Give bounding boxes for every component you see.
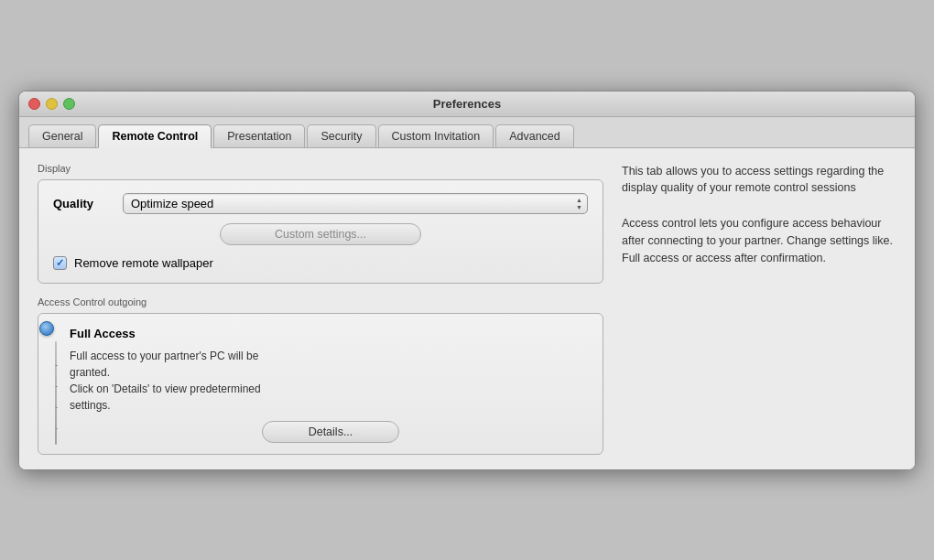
slider-thumb[interactable] bbox=[39, 321, 54, 336]
tick-2: - bbox=[55, 382, 58, 391]
tick-4: - bbox=[55, 424, 58, 433]
details-button[interactable]: Details... bbox=[262, 421, 399, 443]
access-desc-line4: settings. bbox=[70, 399, 111, 412]
access-title: Full Access bbox=[70, 327, 592, 340]
access-description-text: Access control lets you configure access… bbox=[622, 217, 893, 264]
tick-1: - bbox=[55, 361, 58, 370]
custom-settings-button[interactable]: Custom settings... bbox=[220, 223, 421, 245]
display-right-description: This tab allows you to access settings r… bbox=[622, 163, 896, 198]
access-desc-line1: Full access to your partner's PC will be bbox=[70, 350, 258, 362]
remove-wallpaper-checkbox[interactable] bbox=[53, 256, 67, 270]
tab-general[interactable]: General bbox=[28, 124, 96, 147]
right-panel: This tab allows you to access settings r… bbox=[622, 163, 896, 455]
tab-remote-control[interactable]: Remote Control bbox=[98, 124, 212, 148]
minimize-button[interactable] bbox=[46, 98, 58, 110]
titlebar: Preferences bbox=[19, 92, 915, 117]
access-description: Full access to your partner's PC will be… bbox=[70, 348, 592, 414]
display-description-text: This tab allows you to access settings r… bbox=[622, 165, 884, 195]
access-box: - - - - Full Access Full access to your … bbox=[38, 313, 603, 455]
tab-advanced[interactable]: Advanced bbox=[495, 124, 574, 147]
display-section-label: Display bbox=[38, 163, 603, 174]
quality-label: Quality bbox=[53, 197, 108, 210]
window-buttons bbox=[28, 98, 75, 110]
window-title: Preferences bbox=[433, 97, 501, 111]
access-content: Full Access Full access to your partner'… bbox=[66, 314, 603, 454]
tab-presentation[interactable]: Presentation bbox=[213, 124, 305, 147]
display-group-box: Quality Optimize speed Optimize quality … bbox=[38, 179, 603, 284]
tab-security[interactable]: Security bbox=[307, 124, 375, 147]
access-desc-line2: granted. bbox=[70, 366, 110, 379]
access-desc-line3: Click on 'Details' to view predetermined bbox=[70, 382, 261, 395]
quality-select-wrapper: Optimize speed Optimize quality Custom bbox=[123, 193, 588, 214]
access-section-label: Access Control outgoing bbox=[38, 296, 603, 307]
tab-custom-invitation[interactable]: Custom Invitation bbox=[378, 124, 494, 147]
left-panel: Display Quality Optimize speed Optimize … bbox=[38, 163, 603, 455]
quality-select[interactable]: Optimize speed Optimize quality Custom bbox=[123, 193, 588, 214]
content-area: Display Quality Optimize speed Optimize … bbox=[19, 148, 915, 469]
access-right-description: Access control lets you configure access… bbox=[622, 215, 896, 266]
remove-wallpaper-label: Remove remote wallpaper bbox=[74, 256, 213, 270]
maximize-button[interactable] bbox=[63, 98, 75, 110]
close-button[interactable] bbox=[28, 98, 40, 110]
tick-3: - bbox=[55, 403, 58, 412]
tab-bar: General Remote Control Presentation Secu… bbox=[19, 117, 915, 148]
quality-row: Quality Optimize speed Optimize quality … bbox=[53, 193, 588, 214]
preferences-window: Preferences General Remote Control Prese… bbox=[18, 91, 916, 470]
remove-wallpaper-row: Remove remote wallpaper bbox=[53, 256, 588, 270]
